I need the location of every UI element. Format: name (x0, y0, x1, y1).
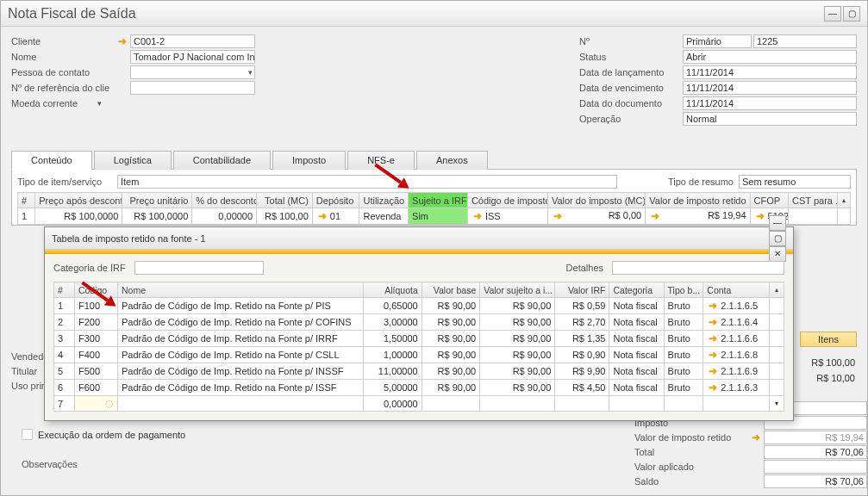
tab-anexos[interactable]: Anexos (416, 151, 488, 170)
exec-row: Execução da ordem de pagamento (22, 429, 185, 440)
col-cst[interactable]: CST para ... (789, 193, 838, 208)
det-field[interactable] (612, 261, 784, 275)
titlebar: Nota Fiscal de Saída — ▢ (1, 1, 867, 27)
venc-field[interactable]: 11/11/2014 (683, 81, 857, 95)
mcol-cat[interactable]: Categoria (609, 282, 664, 298)
table-row[interactable]: 5F500Padrão de Código de Imp. Retido na … (54, 363, 784, 380)
link-arrow-icon[interactable]: ➜ (116, 35, 128, 47)
table-row[interactable]: 2F200Padrão de Código de Imp. Retido na … (54, 314, 784, 331)
modal-maximize-icon[interactable]: ▢ (769, 231, 786, 246)
col-preco-uni[interactable]: Preço unitário (122, 193, 192, 208)
tipo-item-label: Tipo de item/serviço (17, 177, 112, 187)
link-arrow-icon[interactable]: ➜ (649, 210, 661, 222)
cell-irf[interactable]: Sim (409, 208, 468, 225)
col-pct[interactable]: % do desconto (192, 193, 257, 208)
link-arrow-icon[interactable]: ➜ (707, 381, 719, 394)
subtotal-10: R$ 10,00 (795, 373, 855, 383)
link-arrow-icon[interactable]: ➜ (707, 300, 719, 312)
link-arrow-icon[interactable]: ➜ (707, 365, 719, 377)
col-cod-imp[interactable]: Código de imposto (467, 193, 547, 208)
modal-minimize-icon[interactable]: — (769, 215, 786, 231)
tab-imposto[interactable]: Imposto (272, 151, 346, 170)
saldo-label: Saldo (634, 476, 764, 487)
col-total[interactable]: Total (MC) (257, 193, 313, 208)
no-primario-field[interactable]: Primário (683, 34, 752, 48)
mcol-n[interactable]: # (54, 282, 75, 298)
mcol-nome[interactable]: Nome (118, 282, 364, 298)
link-arrow-icon[interactable]: ➜ (471, 210, 484, 222)
modal-title: Tabela de imposto retido na fonte - 1 (52, 233, 206, 244)
irf-grid[interactable]: # Código Nome Alíquota Valor base Valor … (53, 282, 784, 412)
link-arrow-icon[interactable]: ➜ (707, 349, 719, 361)
tab-logistica[interactable]: Logística (94, 151, 172, 170)
minimize-icon[interactable]: — (824, 6, 841, 22)
resumo-label: Tipo de resumo (668, 177, 734, 187)
tab-conteudo[interactable]: Conteúdo (11, 151, 92, 170)
mcol-base[interactable]: Valor base (422, 282, 479, 298)
col-util[interactable]: Utilização (359, 193, 409, 208)
link-arrow-icon[interactable]: ➜ (316, 210, 328, 222)
table-row[interactable]: 3F300Padrão de Código de Imp. Retido na … (54, 331, 784, 347)
items-grid[interactable]: # Preço após desconto Preço unitário % d… (17, 192, 851, 225)
valret-value[interactable]: R$ 19,94 (764, 431, 867, 444)
total-value[interactable]: R$ 70,06 (764, 445, 867, 459)
oper-field[interactable]: Normal (683, 112, 857, 126)
link-arrow-icon[interactable]: ➜ (707, 316, 719, 328)
cat-field[interactable] (134, 261, 264, 275)
grid-scroll-up-icon[interactable]: ▴ (837, 193, 850, 208)
chevron-down-icon[interactable]: ▾ (97, 99, 102, 108)
mgrid-scroll-up-icon[interactable]: ▴ (769, 282, 784, 298)
col-preco-desc[interactable]: Preço após desconto (35, 193, 122, 208)
cliente-field[interactable]: C001-2 (130, 34, 255, 48)
contato-dropdown[interactable] (130, 65, 255, 79)
link-arrow-icon[interactable]: ➜ (750, 431, 762, 443)
venc-label: Data de vencimento (579, 83, 683, 93)
contato-label: Pessoa de contato (11, 67, 116, 78)
mcol-cod[interactable]: Código (74, 282, 117, 298)
itens-button[interactable]: Itens (800, 332, 857, 347)
link-arrow-icon[interactable]: ➜ (552, 210, 564, 222)
valret-label: Valor de imposto retido (634, 432, 750, 443)
table-row-empty[interactable]: 7 ◌0,00000▾ (54, 396, 784, 412)
table-row[interactable]: 4F400Padrão de Código de Imp. Retido na … (54, 347, 784, 363)
col-n[interactable]: # (18, 193, 35, 208)
no-value-field[interactable]: 1225 (753, 34, 857, 48)
ref-label: Nº de referência do clie (11, 83, 116, 93)
col-irf[interactable]: Sujeito a IRF (409, 193, 468, 208)
table-row[interactable]: 6F600Padrão de Código de Imp. Retido na … (54, 380, 784, 396)
mcol-sujeito[interactable]: Valor sujeito a i... (480, 282, 555, 298)
mcol-conta[interactable]: Conta (703, 282, 769, 298)
mcol-tipo[interactable]: Tipo b... (664, 282, 703, 298)
modal-close-icon[interactable]: ✕ (769, 246, 786, 262)
cat-label: Categoria de IRF (53, 263, 126, 273)
cliente-label: Cliente (11, 36, 116, 46)
table-row[interactable]: 1 R$ 100,0000 R$ 100,0000 0,00000 R$ 100… (18, 208, 851, 225)
subtotal-100: R$ 100,00 (795, 357, 855, 368)
maximize-icon[interactable]: ▢ (843, 6, 860, 22)
col-val-imp[interactable]: Valor do imposto (MC) (547, 193, 645, 208)
link-arrow-icon[interactable]: ➜ (754, 210, 766, 222)
tab-nfse[interactable]: NFS-e (347, 151, 415, 170)
nome-label: Nome (11, 52, 116, 62)
saldo-value[interactable]: R$ 70,06 (764, 474, 867, 488)
nome-field[interactable]: Tomador PJ Nacional com Insc. (130, 50, 255, 64)
tabbar: Conteúdo Logística Contabilidade Imposto… (11, 150, 857, 170)
mcol-virf[interactable]: Valor IRF (555, 282, 609, 298)
tipo-item-field[interactable]: Item (117, 175, 617, 189)
lanc-field[interactable]: 11/11/2014 (683, 65, 857, 79)
left-header-block: Cliente ➜ C001-2 Nome Tomador PJ Naciona… (11, 34, 255, 126)
table-row[interactable]: 1F100Padrão de Código de Imp. Retido na … (54, 298, 784, 314)
aplic-value[interactable] (764, 460, 867, 474)
ref-field[interactable] (130, 81, 255, 95)
status-field[interactable]: Abrir (683, 50, 857, 64)
link-arrow-icon[interactable]: ➜ (707, 332, 719, 344)
col-deposito[interactable]: Depósito (312, 193, 359, 208)
mcol-aliq[interactable]: Alíquota (364, 282, 422, 298)
irf-modal: Tabela de imposto retido na fonte - 1 — … (44, 226, 794, 421)
col-val-ret[interactable]: Valor de imposto retido (646, 193, 750, 208)
exec-checkbox[interactable] (22, 429, 33, 440)
tab-contabilidade[interactable]: Contabilidade (173, 151, 271, 170)
resumo-field[interactable]: Sem resumo (739, 175, 851, 189)
col-cfop[interactable]: CFOP (750, 193, 789, 208)
doc-field[interactable]: 11/11/2014 (683, 96, 857, 110)
